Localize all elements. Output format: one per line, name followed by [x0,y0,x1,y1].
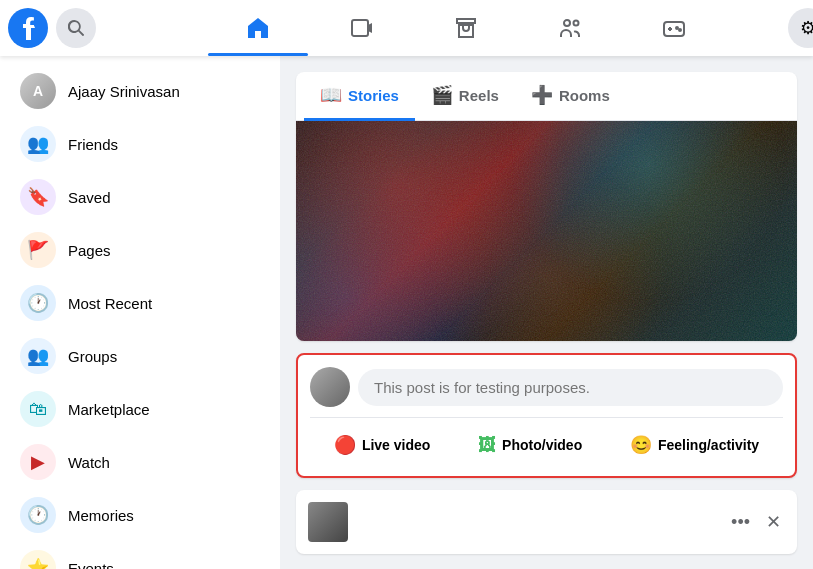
svg-point-8 [679,29,681,31]
rooms-tab-icon: ➕ [531,84,553,106]
more-icon: ••• [731,512,750,532]
sidebar-saved-label: Saved [68,189,111,206]
nav-video-button[interactable] [312,4,412,52]
close-icon: ✕ [766,512,781,532]
sidebar-pages-label: Pages [68,242,111,259]
nav-home-button[interactable] [208,4,308,52]
photo-video-icon: 🖼 [478,435,496,456]
main-content: 📖 Stories 🎬 Reels ➕ Rooms [280,56,813,569]
user-avatar: A [20,73,56,109]
most-recent-icon: 🕐 [20,285,56,321]
svg-point-2 [564,20,570,26]
watch-icon: ▶ [20,444,56,480]
svg-point-3 [574,21,579,26]
stories-noise-svg [296,121,797,341]
nav-left [8,8,208,48]
post-divider [310,417,783,418]
sidebar-friends-label: Friends [68,136,118,153]
sidebar-user-name: Ajaay Srinivasan [68,83,180,100]
sidebar-item-memories[interactable]: 🕐 Memories [8,489,272,541]
sidebar-groups-label: Groups [68,348,117,365]
search-button[interactable] [56,8,96,48]
sidebar-item-most-recent[interactable]: 🕐 Most Recent [8,277,272,329]
svg-rect-9 [296,121,797,341]
groups-icon: 👥 [20,338,56,374]
sidebar-item-pages[interactable]: 🚩 Pages [8,224,272,276]
nav-friends-button[interactable] [520,4,620,52]
live-video-button[interactable]: 🔴 Live video [318,426,446,464]
sidebar-item-friends[interactable]: 👥 Friends [8,118,272,170]
photo-video-button[interactable]: 🖼 Photo/video [462,426,598,464]
stories-tabs: 📖 Stories 🎬 Reels ➕ Rooms [296,72,797,121]
memories-icon: 🕐 [20,497,56,533]
bottom-card-image [308,502,348,542]
nav-right: ⚙ 💬 🔔 [724,8,813,48]
events-icon: ⭐ [20,550,56,569]
nav-gaming-button[interactable] [624,4,724,52]
nav-marketplace-button[interactable] [416,4,516,52]
stories-tab-icon: 📖 [320,84,342,106]
tab-rooms[interactable]: ➕ Rooms [515,72,626,121]
sidebar-item-user[interactable]: A Ajaay Srinivasan [8,65,272,117]
post-input-row [310,367,783,407]
sidebar-item-events[interactable]: ⭐ Events [8,542,272,569]
saved-icon: 🔖 [20,179,56,215]
main-layout: A Ajaay Srinivasan 👥 Friends 🔖 Saved 🚩 P… [0,0,813,569]
svg-point-7 [676,27,678,29]
post-box: 🔴 Live video 🖼 Photo/video 😊 Feeling/act… [296,353,797,478]
sidebar-item-marketplace[interactable]: 🛍 Marketplace [8,383,272,435]
stories-tab-label: Stories [348,87,399,104]
bottom-card-left [308,502,348,542]
friends-icon: 👥 [20,126,56,162]
feeling-button[interactable]: 😊 Feeling/activity [614,426,775,464]
sidebar-events-label: Events [68,560,114,570]
sidebar-memories-label: Memories [68,507,134,524]
sidebar: A Ajaay Srinivasan 👥 Friends 🔖 Saved 🚩 P… [0,56,280,569]
nav-center [208,4,724,52]
marketplace-icon: 🛍 [20,391,56,427]
live-video-icon: 🔴 [334,434,356,456]
post-avatar [310,367,350,407]
bottom-card-actions: ••• ✕ [727,507,785,537]
close-button[interactable]: ✕ [762,507,785,537]
rooms-tab-label: Rooms [559,87,610,104]
stories-image-area [296,121,797,341]
sidebar-most-recent-label: Most Recent [68,295,152,312]
top-navigation: ⚙ 💬 🔔 [0,0,813,56]
post-input-field[interactable] [358,369,783,406]
feeling-icon: 😊 [630,434,652,456]
tab-stories[interactable]: 📖 Stories [304,72,415,121]
more-options-button[interactable]: ••• [727,507,754,537]
photo-video-label: Photo/video [502,437,582,453]
live-video-label: Live video [362,437,430,453]
tab-reels[interactable]: 🎬 Reels [415,72,515,121]
sidebar-marketplace-label: Marketplace [68,401,150,418]
sidebar-item-saved[interactable]: 🔖 Saved [8,171,272,223]
reels-tab-icon: 🎬 [431,84,453,106]
sidebar-item-watch[interactable]: ▶ Watch [8,436,272,488]
bottom-card: ••• ✕ [296,490,797,554]
stories-card: 📖 Stories 🎬 Reels ➕ Rooms [296,72,797,341]
feeling-label: Feeling/activity [658,437,759,453]
facebook-logo[interactable] [8,8,48,48]
post-actions: 🔴 Live video 🖼 Photo/video 😊 Feeling/act… [310,426,783,464]
nav-menu-button[interactable]: ⚙ [788,8,813,48]
pages-icon: 🚩 [20,232,56,268]
svg-rect-1 [352,20,368,36]
sidebar-watch-label: Watch [68,454,110,471]
reels-tab-label: Reels [459,87,499,104]
sidebar-item-groups[interactable]: 👥 Groups [8,330,272,382]
